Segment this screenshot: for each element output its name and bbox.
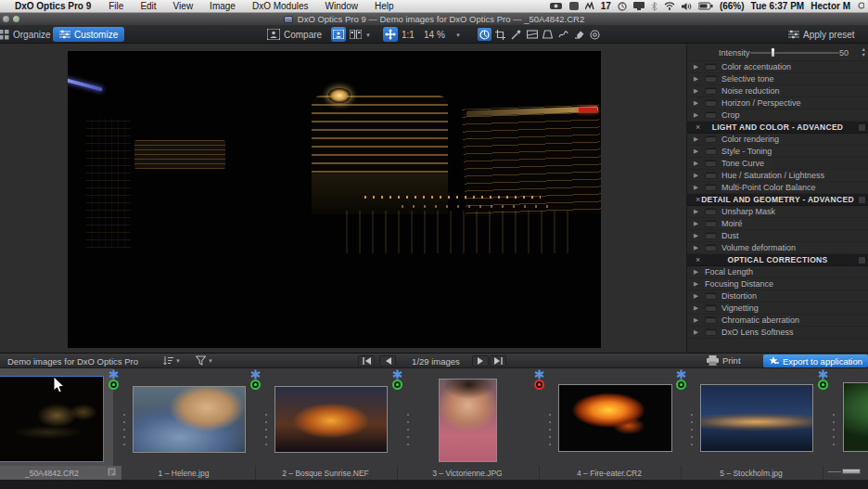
correction-row-multi-point-color-balance[interactable]: ▶Multi-Point Color Balance: [687, 182, 868, 194]
section-header-icon[interactable]: [859, 124, 865, 131]
disclosure-triangle-icon[interactable]: ▶: [694, 111, 700, 119]
disclosure-triangle-icon[interactable]: ▶: [694, 304, 700, 312]
disclosure-triangle-icon[interactable]: ▶: [694, 135, 700, 143]
correction-row-noise-reduction[interactable]: ▶Noise reduction: [687, 85, 868, 97]
split-view-button[interactable]: [348, 27, 363, 42]
menubar-clock[interactable]: Tue 6:37 PM: [751, 1, 805, 11]
filter-button[interactable]: ▼: [196, 355, 213, 366]
close-section-icon[interactable]: ×: [696, 255, 701, 264]
disclosure-triangle-icon[interactable]: ▶: [694, 232, 700, 239]
bluetooth-menu-icon[interactable]: [651, 2, 657, 11]
first-image-button[interactable]: [358, 355, 375, 367]
disclosure-triangle-icon[interactable]: ▶: [694, 244, 700, 251]
correction-checkbox[interactable]: [705, 135, 717, 143]
correction-row-volume-deformation[interactable]: ▶Volume deformation: [687, 242, 868, 254]
battery-menu-icon[interactable]: [698, 2, 713, 10]
correction-checkbox[interactable]: [705, 232, 717, 239]
sort-button[interactable]: ▼: [163, 355, 181, 366]
compare-button[interactable]: Compare: [261, 27, 328, 42]
section-header-icon[interactable]: [859, 257, 865, 264]
correction-checkbox[interactable]: [705, 316, 717, 324]
correction-checkbox[interactable]: [705, 75, 717, 83]
disclosure-triangle-icon[interactable]: ▶: [694, 328, 700, 336]
spotlight-partial-icon[interactable]: [857, 2, 864, 11]
filmstrip-label[interactable]: 2 – Bosque Sunrise.NEF: [261, 469, 390, 478]
correction-checkbox[interactable]: [705, 87, 717, 95]
correction-checkbox[interactable]: [705, 172, 717, 179]
next-image-button[interactable]: [472, 355, 489, 367]
menu-file[interactable]: File: [100, 1, 132, 11]
disclosure-triangle-icon[interactable]: ▶: [694, 208, 700, 215]
eyedropper-tool-button[interactable]: [509, 28, 523, 41]
volume-menu-icon[interactable]: [682, 2, 692, 11]
pan-tool-button[interactable]: [383, 27, 398, 42]
minimize-window-button[interactable]: [13, 16, 19, 22]
thumbnail-victorienne[interactable]: [439, 379, 497, 462]
menubar-user[interactable]: Hector M: [811, 1, 850, 11]
disclosure-triangle-icon[interactable]: ▶: [694, 75, 700, 83]
star-badge-icon[interactable]: [108, 369, 119, 380]
correction-checkbox[interactable]: [705, 160, 717, 167]
disclosure-triangle-icon[interactable]: ▶: [694, 63, 700, 71]
disclosure-triangle-icon[interactable]: ▶: [694, 184, 700, 191]
section-header-optical-corrections[interactable]: ×OPTICAL CORRECTIONS: [687, 254, 868, 266]
correction-row-distortion[interactable]: ▶Distortion: [687, 290, 868, 302]
close-window-button[interactable]: [3, 16, 9, 22]
correction-row-crop[interactable]: ▶Crop: [687, 109, 868, 122]
disclosure-triangle-icon[interactable]: ▶: [694, 87, 700, 95]
clock-menu-icon[interactable]: [618, 2, 627, 11]
correction-checkbox[interactable]: [705, 292, 717, 300]
crop-tool-button[interactable]: [493, 28, 507, 41]
correction-checkbox[interactable]: [705, 328, 717, 336]
apply-preset-button[interactable]: Apply preset: [782, 27, 868, 42]
view-dropdown-arrow[interactable]: ▼: [365, 32, 371, 38]
export-to-application-button[interactable]: Export to application: [763, 354, 868, 367]
app-menu-extra-icon[interactable]: [569, 2, 579, 10]
thumbnail-partial-next[interactable]: [843, 382, 868, 452]
intensity-slider-thumb[interactable]: [771, 47, 775, 58]
sort-dropdown-arrow[interactable]: ▼: [175, 358, 181, 364]
thumbnail-helene[interactable]: [133, 386, 246, 453]
thumbnail-size-slider-track[interactable]: [828, 471, 841, 472]
customize-tab[interactable]: Customize: [53, 27, 124, 42]
disclosure-triangle-icon[interactable]: ▶: [694, 99, 700, 107]
correction-checkbox[interactable]: [705, 208, 717, 215]
menu-help[interactable]: Help: [366, 1, 402, 11]
disclosure-triangle-icon[interactable]: ▶: [694, 220, 700, 227]
intensity-stepper[interactable]: ▲▼: [862, 46, 866, 58]
correction-checkbox[interactable]: [705, 304, 717, 312]
step-down-icon[interactable]: ▼: [862, 52, 866, 58]
filmstrip-label[interactable]: 5 – Stockholm.jpg: [686, 469, 816, 478]
camera-menu-icon[interactable]: [550, 2, 563, 10]
disclosure-triangle-icon[interactable]: ▶: [694, 292, 700, 300]
correction-checkbox[interactable]: [705, 184, 717, 191]
correction-row-unsharp-mask[interactable]: ▶Unsharp Mask: [687, 206, 868, 218]
zoom-level-value[interactable]: 14 %: [424, 30, 445, 40]
filter-dropdown-arrow[interactable]: ▼: [208, 358, 213, 364]
section-header-detail-and-geometry[interactable]: ×DETAIL AND GEOMETRY - ADVANCED: [687, 194, 868, 206]
section-header-light-and-color[interactable]: ×LIGHT AND COLOR - ADVANCED: [687, 122, 868, 134]
thumbnail-bosque-sunrise[interactable]: [274, 386, 388, 453]
star-badge-icon[interactable]: [676, 369, 686, 380]
menu-counter[interactable]: 17: [601, 1, 611, 11]
main-image-canvas[interactable]: [68, 51, 601, 348]
correction-row-dust[interactable]: ▶Dust: [687, 230, 868, 242]
intensity-slider-track[interactable]: [750, 52, 839, 54]
filmstrip-label[interactable]: _50A4842.CR2: [0, 469, 104, 478]
correction-checkbox[interactable]: [705, 63, 717, 71]
disclosure-triangle-icon[interactable]: ▶: [694, 172, 700, 179]
filmstrip-label[interactable]: 3 – Victorienne.JPG: [402, 469, 532, 478]
menu-window[interactable]: Window: [316, 1, 366, 11]
thumbnail-50a4842[interactable]: [0, 376, 104, 462]
white-balance-tool-button[interactable]: [478, 28, 491, 41]
disclosure-triangle-icon[interactable]: ▶: [694, 160, 700, 167]
meter-menu-icon[interactable]: [585, 2, 594, 10]
correction-row-focusing-distance[interactable]: ▶Focusing Distance: [687, 278, 868, 290]
disclosure-triangle-icon[interactable]: ▶: [694, 280, 700, 288]
dust-tool-button[interactable]: [556, 28, 570, 41]
zoom-one-to-one[interactable]: 1:1: [402, 30, 415, 40]
correction-checkbox[interactable]: [705, 99, 717, 107]
keystone-tool-button[interactable]: [541, 28, 555, 41]
close-section-icon[interactable]: ×: [696, 195, 701, 204]
correction-row-focal-length[interactable]: ▶Focal Length: [687, 266, 868, 278]
